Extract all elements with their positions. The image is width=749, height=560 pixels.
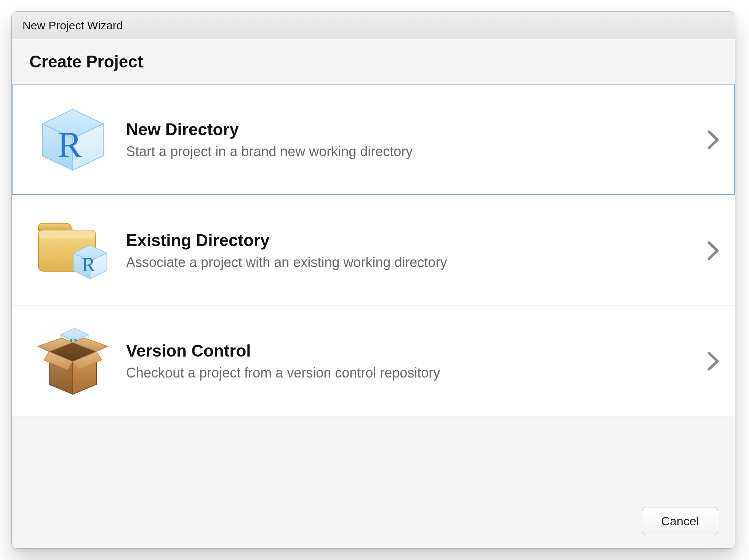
cancel-button[interactable]: Cancel xyxy=(642,507,718,535)
r-cube-icon: R xyxy=(35,102,111,178)
svg-text:R: R xyxy=(58,124,82,165)
svg-text:R: R xyxy=(82,253,96,275)
option-existing-directory[interactable]: R Existing Directory Associate a project… xyxy=(12,195,735,306)
dialog-titlebar: New Project Wizard xyxy=(12,12,735,39)
box-r-cube-icon: R xyxy=(35,323,111,399)
chevron-right-icon xyxy=(707,130,720,150)
option-description: Associate a project with an existing wor… xyxy=(126,254,699,270)
option-title: Existing Directory xyxy=(126,231,699,250)
page-title: Create Project xyxy=(29,52,143,71)
option-title: New Directory xyxy=(126,120,699,139)
svg-rect-5 xyxy=(38,230,96,238)
option-list: R New Directory Start a project in a bra… xyxy=(12,84,735,416)
option-new-directory[interactable]: R New Directory Start a project in a bra… xyxy=(12,85,735,195)
option-description: Checkout a project from a version contro… xyxy=(126,365,699,381)
option-description: Start a project in a brand new working d… xyxy=(126,144,699,160)
cancel-button-label: Cancel xyxy=(661,514,699,528)
dialog-title: New Project Wizard xyxy=(22,19,123,32)
dialog-footer: Cancel xyxy=(12,416,735,548)
dialog-header: Create Project xyxy=(12,39,735,84)
chevron-right-icon xyxy=(707,240,720,261)
new-project-dialog: New Project Wizard Create Project xyxy=(11,11,735,549)
option-title: Version Control xyxy=(126,341,699,360)
chevron-right-icon xyxy=(707,351,720,371)
option-version-control[interactable]: R Version Control xyxy=(12,306,735,416)
folder-r-cube-icon: R xyxy=(35,213,111,289)
